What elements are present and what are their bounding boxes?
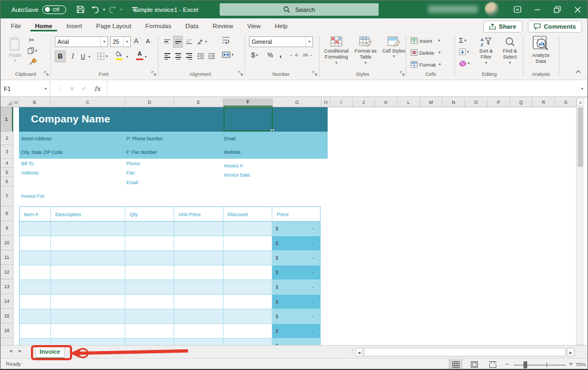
tab-insert[interactable]: Insert: [61, 20, 87, 31]
insert-function-icon[interactable]: fx: [94, 85, 100, 93]
price-cell[interactable]: $-: [272, 280, 320, 294]
empty-cell[interactable]: [20, 236, 51, 250]
increase-font-size-icon[interactable]: Aˆ: [134, 37, 140, 45]
zoom-in-icon[interactable]: +: [569, 360, 573, 368]
middle-align-icon[interactable]: [173, 36, 183, 48]
zoom-slider[interactable]: [514, 365, 566, 366]
zoom-out-icon[interactable]: −: [505, 360, 509, 368]
column-header-C[interactable]: C: [50, 98, 125, 107]
font-color-icon[interactable]: A: [136, 50, 143, 60]
empty-cell[interactable]: [125, 251, 174, 265]
column-header-R[interactable]: R: [533, 98, 555, 107]
comments-button[interactable]: Comments: [528, 21, 582, 33]
price-cell[interactable]: $-: [272, 265, 320, 280]
delete-cells-button[interactable]: Delete▾: [411, 49, 440, 56]
column-header-Q[interactable]: Q: [510, 98, 533, 107]
row-header-12[interactable]: 12: [1, 265, 13, 280]
column-header-O[interactable]: O: [465, 98, 488, 107]
increase-decimal-icon[interactable]: ←.0: [289, 53, 298, 57]
row-header-9[interactable]: 9: [1, 221, 13, 236]
row-header-4[interactable]: 4: [1, 159, 13, 168]
percent-style-icon[interactable]: %: [267, 51, 273, 59]
price-cell[interactable]: $-: [272, 295, 320, 309]
bottom-align-icon[interactable]: [184, 36, 194, 48]
underline-dropdown-icon[interactable]: ▾: [88, 55, 91, 59]
close-button[interactable]: [567, 1, 587, 18]
page-layout-view-icon[interactable]: [467, 359, 481, 369]
empty-cell[interactable]: [174, 295, 223, 309]
empty-cell[interactable]: [174, 309, 223, 323]
column-header-G[interactable]: G: [273, 98, 322, 107]
invoice-table-row[interactable]: $-: [20, 251, 320, 265]
confirm-entry-icon[interactable]: ✓: [82, 85, 87, 92]
row-header-14[interactable]: 14: [1, 294, 13, 309]
price-cell[interactable]: $-: [272, 222, 320, 236]
row-header-8[interactable]: 8: [1, 206, 13, 221]
empty-cell[interactable]: [223, 236, 273, 250]
row-header-16[interactable]: 16: [1, 323, 13, 338]
align-center-icon[interactable]: [173, 50, 183, 62]
empty-cell[interactable]: [223, 251, 273, 265]
tab-file[interactable]: File: [6, 20, 26, 31]
empty-cell[interactable]: [125, 324, 174, 338]
empty-cell[interactable]: [223, 265, 273, 280]
merge-center-icon[interactable]: ▾: [222, 51, 234, 58]
cell-styles-button[interactable]: Cell Styles▾: [380, 35, 407, 70]
restore-button[interactable]: [547, 1, 567, 18]
row-header-13[interactable]: 13: [1, 280, 13, 294]
column-header-J[interactable]: J: [353, 98, 375, 107]
search-box[interactable]: Search: [220, 3, 379, 16]
tab-data[interactable]: Data: [181, 20, 203, 31]
empty-cell[interactable]: [223, 295, 273, 309]
column-header-S[interactable]: S: [555, 98, 577, 107]
empty-cell[interactable]: [223, 280, 273, 294]
align-left-icon[interactable]: [162, 50, 172, 62]
copy-icon[interactable]: ▾: [28, 47, 37, 54]
invoice-table-row[interactable]: $-: [20, 280, 320, 295]
empty-cell[interactable]: [223, 339, 273, 345]
column-header-L[interactable]: L: [398, 98, 420, 107]
column-header-E[interactable]: E: [174, 98, 223, 107]
empty-cell[interactable]: [125, 280, 174, 294]
minimize-button[interactable]: [527, 1, 547, 18]
row-header-7[interactable]: 7: [1, 186, 13, 206]
empty-cell[interactable]: [20, 324, 51, 338]
borders-icon[interactable]: ▾: [97, 53, 108, 60]
empty-cell[interactable]: [125, 339, 174, 345]
price-cell[interactable]: $-: [272, 324, 320, 338]
zoom-level[interactable]: 70%: [576, 361, 586, 367]
tab-view[interactable]: View: [242, 20, 266, 31]
hscroll-left-icon[interactable]: ◀: [355, 348, 363, 356]
select-all-corner[interactable]: [1, 98, 14, 107]
decrease-indent-icon[interactable]: [196, 50, 206, 62]
selected-cell-F1[interactable]: [223, 107, 273, 132]
empty-cell[interactable]: [174, 339, 223, 345]
empty-cell[interactable]: [125, 236, 174, 250]
page-break-view-icon[interactable]: [485, 359, 500, 369]
empty-cell[interactable]: [51, 280, 125, 294]
column-header-K[interactable]: K: [375, 98, 398, 107]
invoice-table-row[interactable]: $-: [20, 222, 320, 236]
decrease-font-size-icon[interactable]: Aˇ: [146, 37, 152, 44]
invoice-table-row[interactable]: $-: [20, 309, 320, 324]
italic-button[interactable]: I: [68, 50, 76, 62]
invoice-table-row[interactable]: $-: [20, 295, 320, 309]
format-cells-button[interactable]: Format▾: [411, 61, 441, 68]
empty-cell[interactable]: [51, 222, 125, 236]
number-format-select[interactable]: General▾: [249, 36, 313, 47]
tab-page-layout[interactable]: Page Layout: [91, 20, 136, 31]
styles-dialog-launcher-icon[interactable]: [400, 71, 405, 76]
autosave-control[interactable]: AutoSave Off: [11, 5, 66, 14]
empty-cell[interactable]: [20, 339, 51, 345]
undo-dropdown-icon[interactable]: ▾: [103, 8, 105, 11]
sheet-canvas[interactable]: Company Name Street Address P: Phone Num…: [14, 107, 577, 345]
invoice-table-row[interactable]: $-: [20, 324, 320, 339]
empty-cell[interactable]: [125, 295, 174, 309]
underline-button[interactable]: U: [79, 50, 87, 62]
zoom-slider-thumb[interactable]: [523, 361, 527, 368]
row-header-15[interactable]: 15: [1, 309, 13, 323]
price-cell[interactable]: $-: [272, 309, 320, 323]
invoice-table-row[interactable]: $-: [20, 339, 320, 345]
column-header-A[interactable]: A: [14, 98, 19, 107]
empty-cell[interactable]: [174, 324, 223, 338]
